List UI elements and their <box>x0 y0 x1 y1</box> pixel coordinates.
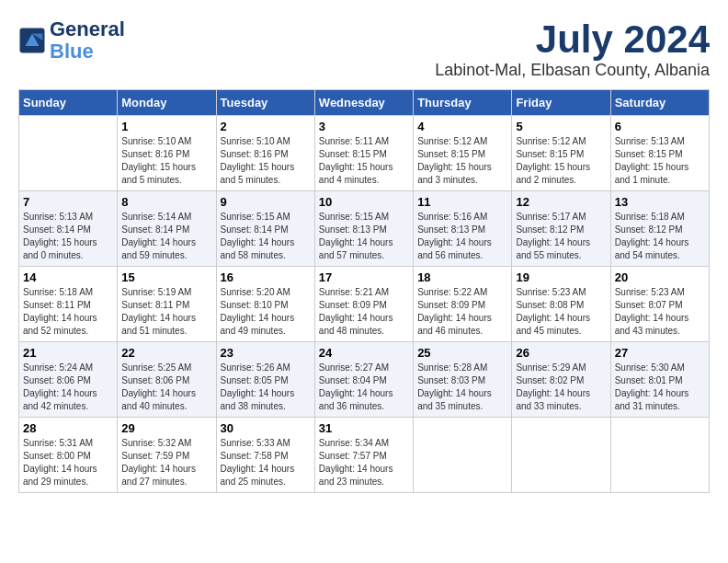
day-info: Sunrise: 5:12 AM Sunset: 8:15 PM Dayligh… <box>417 135 507 187</box>
calendar-cell: 16Sunrise: 5:20 AM Sunset: 8:10 PM Dayli… <box>216 267 314 342</box>
day-number: 14 <box>23 270 113 284</box>
day-number: 30 <box>221 421 311 435</box>
day-info: Sunrise: 5:13 AM Sunset: 8:15 PM Dayligh… <box>615 135 705 187</box>
calendar-cell: 21Sunrise: 5:24 AM Sunset: 8:06 PM Dayli… <box>19 342 118 418</box>
day-info: Sunrise: 5:31 AM Sunset: 8:00 PM Dayligh… <box>23 437 113 488</box>
day-number: 17 <box>319 270 409 284</box>
day-number: 7 <box>23 195 113 209</box>
day-info: Sunrise: 5:13 AM Sunset: 8:14 PM Dayligh… <box>23 211 113 262</box>
calendar-cell <box>610 418 709 493</box>
day-number: 6 <box>615 120 705 133</box>
day-info: Sunrise: 5:23 AM Sunset: 8:07 PM Dayligh… <box>615 286 705 338</box>
day-info: Sunrise: 5:15 AM Sunset: 8:14 PM Dayligh… <box>221 211 311 262</box>
calendar-cell: 7Sunrise: 5:13 AM Sunset: 8:14 PM Daylig… <box>19 191 118 267</box>
day-number: 8 <box>121 195 211 209</box>
calendar-cell: 25Sunrise: 5:28 AM Sunset: 8:03 PM Dayli… <box>414 342 512 418</box>
day-info: Sunrise: 5:19 AM Sunset: 8:11 PM Dayligh… <box>121 286 211 338</box>
day-number: 12 <box>516 195 606 209</box>
calendar-cell: 3Sunrise: 5:11 AM Sunset: 8:15 PM Daylig… <box>314 116 413 191</box>
day-info: Sunrise: 5:10 AM Sunset: 8:16 PM Dayligh… <box>221 135 311 187</box>
calendar-cell: 22Sunrise: 5:25 AM Sunset: 8:06 PM Dayli… <box>118 342 216 418</box>
day-number: 23 <box>221 346 311 360</box>
calendar-cell: 31Sunrise: 5:34 AM Sunset: 7:57 PM Dayli… <box>314 418 413 493</box>
weekday-header: Wednesday <box>314 90 413 116</box>
calendar-header-row: SundayMondayTuesdayWednesdayThursdayFrid… <box>19 90 710 116</box>
day-number: 19 <box>516 270 606 284</box>
day-info: Sunrise: 5:26 AM Sunset: 8:05 PM Dayligh… <box>221 362 311 413</box>
logo: General Blue <box>18 18 125 63</box>
day-info: Sunrise: 5:18 AM Sunset: 8:12 PM Dayligh… <box>615 211 705 262</box>
calendar-week-row: 1Sunrise: 5:10 AM Sunset: 8:16 PM Daylig… <box>19 116 710 191</box>
calendar-cell: 24Sunrise: 5:27 AM Sunset: 8:04 PM Dayli… <box>314 342 413 418</box>
calendar-cell: 18Sunrise: 5:22 AM Sunset: 8:09 PM Dayli… <box>414 267 512 342</box>
month-title: July 2024 <box>435 18 710 61</box>
calendar-week-row: 21Sunrise: 5:24 AM Sunset: 8:06 PM Dayli… <box>19 342 710 418</box>
weekday-header: Saturday <box>610 90 709 116</box>
day-number: 31 <box>319 421 409 435</box>
calendar-cell: 30Sunrise: 5:33 AM Sunset: 7:58 PM Dayli… <box>216 418 314 493</box>
calendar-cell <box>512 418 610 493</box>
logo-icon <box>18 27 46 54</box>
calendar-cell: 5Sunrise: 5:12 AM Sunset: 8:15 PM Daylig… <box>512 116 610 191</box>
calendar-cell: 13Sunrise: 5:18 AM Sunset: 8:12 PM Dayli… <box>610 191 709 267</box>
calendar-cell: 10Sunrise: 5:15 AM Sunset: 8:13 PM Dayli… <box>314 191 413 267</box>
day-info: Sunrise: 5:29 AM Sunset: 8:02 PM Dayligh… <box>516 362 606 413</box>
header: General Blue July 2024 Labinot-Mal, Elba… <box>18 18 710 80</box>
calendar-cell: 9Sunrise: 5:15 AM Sunset: 8:14 PM Daylig… <box>216 191 314 267</box>
calendar-week-row: 14Sunrise: 5:18 AM Sunset: 8:11 PM Dayli… <box>19 267 710 342</box>
calendar-cell: 6Sunrise: 5:13 AM Sunset: 8:15 PM Daylig… <box>610 116 709 191</box>
day-number: 22 <box>121 346 211 360</box>
day-number: 4 <box>417 120 507 133</box>
day-number: 11 <box>417 195 507 209</box>
day-number: 13 <box>615 195 705 209</box>
day-number: 28 <box>23 421 113 435</box>
weekday-header: Thursday <box>414 90 512 116</box>
day-info: Sunrise: 5:30 AM Sunset: 8:01 PM Dayligh… <box>615 362 705 413</box>
day-info: Sunrise: 5:11 AM Sunset: 8:15 PM Dayligh… <box>319 135 409 187</box>
day-info: Sunrise: 5:28 AM Sunset: 8:03 PM Dayligh… <box>417 362 507 413</box>
weekday-header: Tuesday <box>216 90 314 116</box>
calendar-cell: 14Sunrise: 5:18 AM Sunset: 8:11 PM Dayli… <box>19 267 118 342</box>
day-info: Sunrise: 5:34 AM Sunset: 7:57 PM Dayligh… <box>319 437 409 488</box>
day-number: 9 <box>221 195 311 209</box>
calendar-cell: 11Sunrise: 5:16 AM Sunset: 8:13 PM Dayli… <box>414 191 512 267</box>
day-info: Sunrise: 5:22 AM Sunset: 8:09 PM Dayligh… <box>417 286 507 338</box>
day-number: 5 <box>516 120 606 133</box>
day-number: 27 <box>615 346 705 360</box>
calendar-cell: 23Sunrise: 5:26 AM Sunset: 8:05 PM Dayli… <box>216 342 314 418</box>
day-info: Sunrise: 5:24 AM Sunset: 8:06 PM Dayligh… <box>23 362 113 413</box>
calendar-cell: 4Sunrise: 5:12 AM Sunset: 8:15 PM Daylig… <box>414 116 512 191</box>
day-number: 16 <box>221 270 311 284</box>
day-info: Sunrise: 5:10 AM Sunset: 8:16 PM Dayligh… <box>121 135 211 187</box>
calendar-cell: 20Sunrise: 5:23 AM Sunset: 8:07 PM Dayli… <box>610 267 709 342</box>
weekday-header: Monday <box>118 90 216 116</box>
calendar-cell: 12Sunrise: 5:17 AM Sunset: 8:12 PM Dayli… <box>512 191 610 267</box>
calendar-cell: 8Sunrise: 5:14 AM Sunset: 8:14 PM Daylig… <box>118 191 216 267</box>
day-info: Sunrise: 5:32 AM Sunset: 7:59 PM Dayligh… <box>121 437 211 488</box>
day-number: 21 <box>23 346 113 360</box>
calendar-cell: 15Sunrise: 5:19 AM Sunset: 8:11 PM Dayli… <box>118 267 216 342</box>
calendar-cell: 26Sunrise: 5:29 AM Sunset: 8:02 PM Dayli… <box>512 342 610 418</box>
day-number: 18 <box>417 270 507 284</box>
day-info: Sunrise: 5:12 AM Sunset: 8:15 PM Dayligh… <box>516 135 606 187</box>
calendar-cell: 28Sunrise: 5:31 AM Sunset: 8:00 PM Dayli… <box>19 418 118 493</box>
day-number: 15 <box>121 270 211 284</box>
weekday-header: Friday <box>512 90 610 116</box>
day-number: 10 <box>319 195 409 209</box>
calendar-cell <box>19 116 118 191</box>
calendar-cell: 29Sunrise: 5:32 AM Sunset: 7:59 PM Dayli… <box>118 418 216 493</box>
day-info: Sunrise: 5:16 AM Sunset: 8:13 PM Dayligh… <box>417 211 507 262</box>
logo-line1: General <box>50 18 125 40</box>
title-area: July 2024 Labinot-Mal, Elbasan County, A… <box>435 18 710 80</box>
calendar-week-row: 28Sunrise: 5:31 AM Sunset: 8:00 PM Dayli… <box>19 418 710 493</box>
calendar-cell <box>414 418 512 493</box>
calendar-cell: 1Sunrise: 5:10 AM Sunset: 8:16 PM Daylig… <box>118 116 216 191</box>
day-info: Sunrise: 5:33 AM Sunset: 7:58 PM Dayligh… <box>221 437 311 488</box>
day-info: Sunrise: 5:17 AM Sunset: 8:12 PM Dayligh… <box>516 211 606 262</box>
calendar-cell: 27Sunrise: 5:30 AM Sunset: 8:01 PM Dayli… <box>610 342 709 418</box>
day-number: 3 <box>319 120 409 133</box>
location-title: Labinot-Mal, Elbasan County, Albania <box>435 61 710 80</box>
day-info: Sunrise: 5:15 AM Sunset: 8:13 PM Dayligh… <box>319 211 409 262</box>
calendar-cell: 2Sunrise: 5:10 AM Sunset: 8:16 PM Daylig… <box>216 116 314 191</box>
calendar-week-row: 7Sunrise: 5:13 AM Sunset: 8:14 PM Daylig… <box>19 191 710 267</box>
